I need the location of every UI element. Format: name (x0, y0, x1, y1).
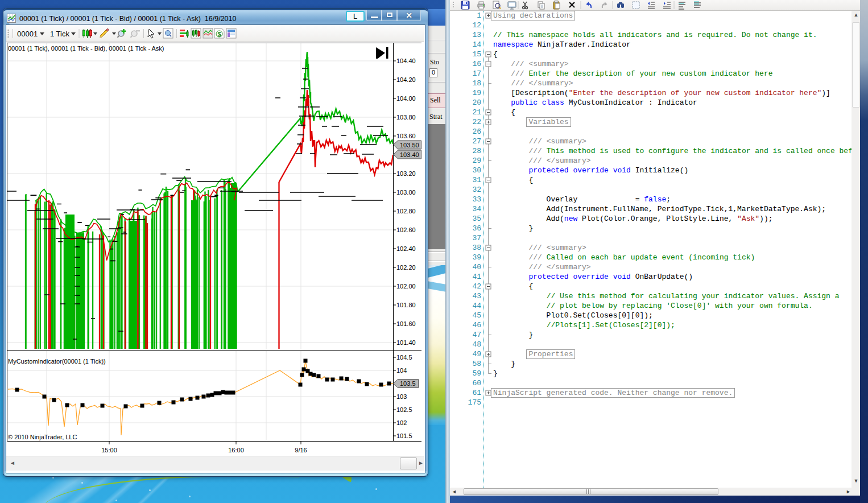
svg-text:102.00: 102.00 (396, 283, 416, 290)
svg-text:103: 103 (396, 393, 407, 400)
svg-text:102.80: 102.80 (396, 208, 416, 215)
svg-text:101.80: 101.80 (396, 302, 416, 308)
svg-text:104.40: 104.40 (396, 57, 416, 64)
svg-text:104: 104 (396, 367, 407, 374)
svg-text:9/16: 9/16 (295, 447, 307, 453)
svg-text:104.00: 104.00 (396, 95, 416, 102)
svg-text:104.20: 104.20 (396, 76, 416, 83)
svg-text:103.80: 103.80 (396, 114, 416, 121)
svg-text:103.50: 103.50 (400, 142, 419, 149)
svg-text:15:00: 15:00 (101, 447, 117, 453)
svg-text:103.20: 103.20 (396, 170, 416, 177)
svg-text:103.40: 103.40 (400, 151, 419, 158)
svg-text:103.60: 103.60 (396, 133, 416, 139)
svg-text:102.40: 102.40 (396, 245, 416, 252)
svg-text:101.40: 101.40 (396, 339, 416, 346)
svg-text:103.5: 103.5 (400, 380, 416, 387)
svg-text:103.00: 103.00 (396, 189, 416, 196)
svg-text:MyCustomIndicator(00001 (1 Tic: MyCustomIndicator(00001 (1 Tick)) (8, 358, 106, 365)
svg-text:101.60: 101.60 (396, 320, 416, 327)
svg-text:1 Tick: 1 Tick (50, 30, 69, 38)
svg-text:$: $ (218, 31, 221, 38)
svg-text:102.20: 102.20 (396, 264, 416, 271)
svg-text:00001 (1 Tick), 00001 (1 Tick: 00001 (1 Tick), 00001 (1 Tick - Bid), 00… (8, 45, 164, 52)
svg-text:102: 102 (396, 419, 407, 426)
svg-text:101.5: 101.5 (396, 432, 412, 439)
svg-text:16:00: 16:00 (228, 447, 244, 453)
svg-text:© 2010 NinjaTrader, LLC: © 2010 NinjaTrader, LLC (8, 434, 77, 440)
svg-text:104.5: 104.5 (396, 354, 412, 361)
svg-text:102.60: 102.60 (396, 226, 416, 233)
svg-text:00001: 00001 (17, 30, 38, 38)
svg-text:102.5: 102.5 (396, 406, 412, 413)
